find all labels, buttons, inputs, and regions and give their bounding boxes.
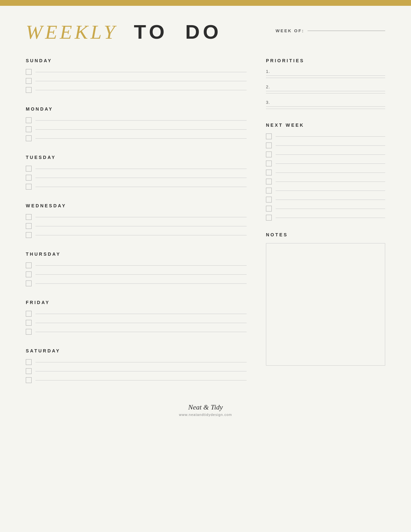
tuesday-line-3 xyxy=(35,187,247,187)
main-title: WEEKLY TO DO xyxy=(26,22,222,42)
nw-checkbox-1[interactable] xyxy=(266,133,272,139)
thursday-row-1 xyxy=(26,262,247,268)
nw-line-10 xyxy=(276,218,385,218)
wednesday-row-2 xyxy=(26,223,247,229)
nw-line-2 xyxy=(276,145,385,146)
nw-row-4 xyxy=(266,161,385,166)
nw-line-9 xyxy=(276,209,385,209)
saturday-row-1 xyxy=(26,359,247,365)
thursday-row-2 xyxy=(26,271,247,277)
nw-row-10 xyxy=(266,215,385,221)
nw-row-7 xyxy=(266,188,385,193)
saturday-line-1 xyxy=(35,362,247,362)
tuesday-line-1 xyxy=(35,169,247,169)
friday-line-1 xyxy=(35,314,247,314)
nw-checkbox-10[interactable] xyxy=(266,215,272,221)
thursday-line-1 xyxy=(35,265,247,266)
nw-checkbox-3[interactable] xyxy=(266,152,272,157)
nw-checkbox-5[interactable] xyxy=(266,170,272,175)
priority-number-1: 1. xyxy=(266,69,385,74)
priority-number-3: 3. xyxy=(266,100,385,105)
priority-line-3a xyxy=(266,106,385,107)
sunday-checkbox-2[interactable] xyxy=(26,78,32,84)
footer: Neat & Tidy www.neatandtidydesign.com xyxy=(26,397,385,426)
tuesday-checkbox-3[interactable] xyxy=(26,184,32,190)
section-friday: FRIDAY xyxy=(26,300,247,335)
monday-row-1 xyxy=(26,117,247,123)
tuesday-checkbox-1[interactable] xyxy=(26,166,32,172)
saturday-checkbox-2[interactable] xyxy=(26,368,32,374)
tuesday-line-2 xyxy=(35,178,247,178)
section-next-week: NEXT WEEK xyxy=(266,123,385,221)
saturday-line-2 xyxy=(35,371,247,371)
nw-row-5 xyxy=(266,170,385,175)
sunday-row-2 xyxy=(26,78,247,84)
nw-row-8 xyxy=(266,197,385,202)
saturday-checkbox-1[interactable] xyxy=(26,359,32,365)
monday-row-3 xyxy=(26,135,247,141)
page: WEEKLY TO DO WEEK OF: SUNDAY xyxy=(0,0,411,532)
section-saturday: SATURDAY xyxy=(26,348,247,383)
nw-row-1 xyxy=(266,133,385,139)
right-column: PRIORITIES 1. 2. 3. xyxy=(266,58,385,397)
next-week-title: NEXT WEEK xyxy=(266,123,385,128)
thursday-line-3 xyxy=(35,283,247,284)
two-col-layout: SUNDAY MONDAY xyxy=(26,58,385,397)
thursday-row-3 xyxy=(26,281,247,286)
nw-checkbox-6[interactable] xyxy=(266,179,272,184)
nw-checkbox-9[interactable] xyxy=(266,206,272,212)
priority-line-2b xyxy=(266,93,385,94)
gold-bar-top xyxy=(0,0,411,6)
priority-line-1a xyxy=(266,75,385,76)
tuesday-checkbox-2[interactable] xyxy=(26,175,32,181)
nw-checkbox-8[interactable] xyxy=(266,197,272,202)
nw-line-6 xyxy=(276,182,385,182)
saturday-checkbox-3[interactable] xyxy=(26,377,32,383)
wednesday-row-3 xyxy=(26,232,247,238)
tuesday-row-1 xyxy=(26,166,247,172)
nw-line-8 xyxy=(276,200,385,200)
friday-row-2 xyxy=(26,320,247,326)
monday-checkbox-3[interactable] xyxy=(26,135,32,141)
notes-box[interactable] xyxy=(266,243,385,366)
wednesday-checkbox-3[interactable] xyxy=(26,232,32,238)
friday-title: FRIDAY xyxy=(26,300,247,305)
wednesday-checkbox-2[interactable] xyxy=(26,223,32,229)
wednesday-line-1 xyxy=(35,217,247,217)
nw-row-2 xyxy=(266,143,385,148)
sunday-checkbox-1[interactable] xyxy=(26,69,32,75)
section-monday: MONDAY xyxy=(26,106,247,141)
nw-line-5 xyxy=(276,172,385,173)
nw-checkbox-4[interactable] xyxy=(266,161,272,166)
nw-checkbox-2[interactable] xyxy=(266,143,272,148)
wednesday-line-2 xyxy=(35,226,247,226)
friday-checkbox-1[interactable] xyxy=(26,311,32,317)
priorities-title: PRIORITIES xyxy=(266,58,385,63)
section-thursday: THURSDAY xyxy=(26,251,247,286)
sunday-checkbox-3[interactable] xyxy=(26,87,32,93)
section-priorities: PRIORITIES 1. 2. 3. xyxy=(266,58,385,109)
week-of-line xyxy=(308,31,385,31)
left-column: SUNDAY MONDAY xyxy=(26,58,247,397)
footer-brand: Neat & Tidy xyxy=(26,403,385,411)
thursday-checkbox-3[interactable] xyxy=(26,281,32,286)
friday-checkbox-2[interactable] xyxy=(26,320,32,326)
monday-checkbox-2[interactable] xyxy=(26,126,32,132)
section-notes: NOTES xyxy=(266,232,385,366)
saturday-row-2 xyxy=(26,368,247,374)
monday-line-2 xyxy=(35,129,247,130)
title-todo: TO DO xyxy=(125,21,222,43)
tuesday-row-3 xyxy=(26,184,247,190)
thursday-checkbox-1[interactable] xyxy=(26,262,32,268)
wednesday-row-1 xyxy=(26,214,247,220)
friday-checkbox-3[interactable] xyxy=(26,329,32,335)
wednesday-title: WEDNESDAY xyxy=(26,203,247,208)
thursday-checkbox-2[interactable] xyxy=(26,271,32,277)
nw-line-3 xyxy=(276,154,385,155)
wednesday-checkbox-1[interactable] xyxy=(26,214,32,220)
friday-row-3 xyxy=(26,329,247,335)
nw-checkbox-7[interactable] xyxy=(266,188,272,193)
nw-row-9 xyxy=(266,206,385,212)
monday-checkbox-1[interactable] xyxy=(26,117,32,123)
saturday-line-3 xyxy=(35,380,247,380)
